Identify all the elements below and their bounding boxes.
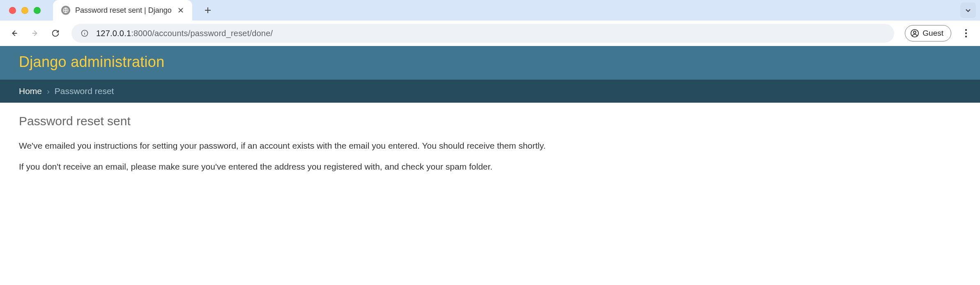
body-paragraph-1: We've emailed you instructions for setti… (19, 140, 961, 152)
page-heading: Password reset sent (19, 114, 961, 128)
url-text: 127.0.0.1:8000/accounts/password_reset/d… (96, 29, 273, 38)
breadcrumb-home-link[interactable]: Home (19, 86, 42, 96)
url-host: 127.0.0.1 (96, 29, 131, 38)
reload-button[interactable] (47, 25, 64, 42)
address-bar[interactable]: 127.0.0.1:8000/accounts/password_reset/d… (71, 24, 894, 43)
globe-icon (61, 6, 70, 15)
breadcrumb: Home › Password reset (0, 80, 980, 103)
page-content: Password reset sent We've emailed you in… (0, 103, 980, 193)
info-icon[interactable] (80, 28, 90, 38)
window-controls (9, 7, 41, 14)
svg-point-7 (965, 32, 967, 34)
browser-tab[interactable]: Password reset sent | Django (53, 0, 192, 21)
svg-point-5 (913, 31, 916, 34)
svg-point-3 (84, 32, 85, 32)
profile-button[interactable]: Guest (905, 25, 951, 41)
person-icon (910, 29, 919, 38)
browser-chrome: Password reset sent | Django 127.0.0. (0, 0, 980, 46)
browser-menu-button[interactable] (958, 25, 974, 41)
body-paragraph-2: If you don't receive an email, please ma… (19, 161, 961, 172)
breadcrumb-current: Password reset (55, 86, 114, 96)
site-title: Django administration (19, 53, 961, 71)
tab-title: Password reset sent | Django (75, 6, 172, 15)
admin-header: Django administration (0, 46, 980, 80)
url-path: :8000/accounts/password_reset/done/ (131, 29, 273, 38)
window-maximize-button[interactable] (34, 7, 41, 14)
svg-point-6 (965, 29, 967, 31)
breadcrumb-separator: › (47, 86, 50, 96)
tab-bar: Password reset sent | Django (0, 0, 980, 21)
browser-toolbar: 127.0.0.1:8000/accounts/password_reset/d… (0, 21, 980, 46)
tab-overflow-button[interactable] (960, 2, 976, 18)
profile-label: Guest (922, 29, 943, 38)
window-close-button[interactable] (9, 7, 16, 14)
back-button[interactable] (6, 25, 23, 42)
svg-point-8 (965, 36, 967, 37)
window-minimize-button[interactable] (21, 7, 28, 14)
tab-close-button[interactable] (177, 6, 185, 14)
forward-button[interactable] (26, 25, 44, 42)
new-tab-button[interactable] (200, 3, 215, 18)
